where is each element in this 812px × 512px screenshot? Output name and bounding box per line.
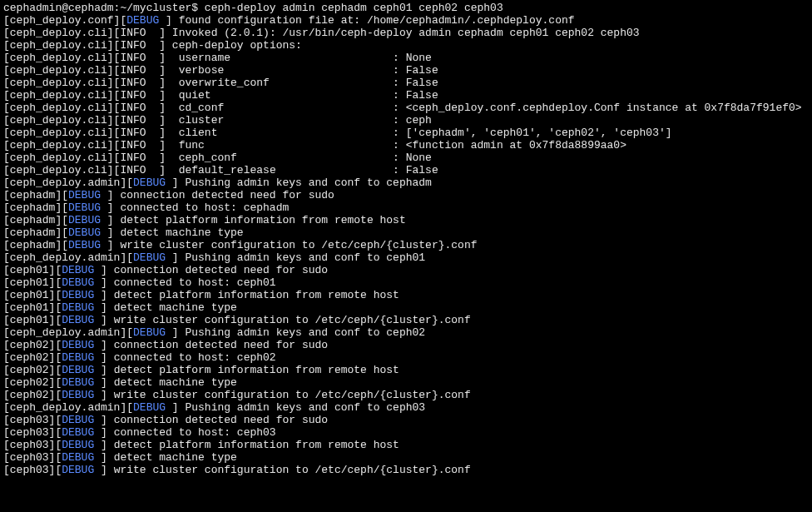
log-option-line: [ceph_deploy.cli][INFO ] default_release… — [3, 164, 809, 176]
log-level: DEBUG — [62, 376, 94, 389]
log-level: DEBUG — [62, 364, 94, 376]
log-line: [ceph_deploy.cli][INFO ] Invoked (2.0.1)… — [3, 27, 809, 39]
log-level: DEBUG — [62, 451, 94, 464]
log-level: INFO — [120, 127, 146, 139]
log-level: DEBUG — [62, 314, 94, 326]
log-line: [ceph02][DEBUG ] connected to host: ceph… — [3, 351, 809, 364]
log-level: DEBUG — [68, 226, 101, 239]
log-line: [ceph_deploy.admin][DEBUG ] Pushing admi… — [3, 251, 809, 264]
shell-prompt: cephadmin@cephadm:~/mycluster$ — [3, 2, 205, 14]
log-line: [ceph02][DEBUG ] connection detected nee… — [3, 339, 809, 351]
log-level: INFO — [120, 114, 146, 127]
log-level: DEBUG — [62, 264, 94, 276]
log-level: INFO — [120, 64, 146, 77]
log-option-line: [ceph_deploy.cli][INFO ] func : <functio… — [3, 139, 809, 152]
log-line: [cephadm][DEBUG ] detect machine type — [3, 226, 809, 239]
log-option-line: [ceph_deploy.cli][INFO ] quiet : False — [3, 89, 809, 102]
log-level: INFO — [120, 27, 146, 39]
log-line: [ceph02][DEBUG ] detect machine type — [3, 376, 809, 389]
log-level: INFO — [120, 77, 146, 89]
log-line: [ceph03][DEBUG ] detect machine type — [3, 451, 809, 464]
log-level: DEBUG — [62, 389, 94, 401]
log-level: DEBUG — [68, 201, 101, 214]
log-line: [ceph03][DEBUG ] write cluster configura… — [3, 464, 809, 476]
log-level: DEBUG — [133, 251, 166, 264]
log-level: DEBUG — [62, 351, 94, 364]
log-line: [cephadm][DEBUG ] write cluster configur… — [3, 239, 809, 251]
log-level: DEBUG — [62, 289, 94, 301]
log-line: [ceph_deploy.conf][DEBUG ] found configu… — [3, 14, 809, 27]
log-line: [ceph03][DEBUG ] detect platform informa… — [3, 439, 809, 451]
log-level: INFO — [120, 52, 146, 64]
log-level: DEBUG — [62, 276, 94, 289]
log-option-line: [ceph_deploy.cli][INFO ] client : ['ceph… — [3, 127, 809, 139]
log-level: DEBUG — [68, 214, 101, 226]
log-line: [ceph01][DEBUG ] detect platform informa… — [3, 289, 809, 301]
log-level: INFO — [120, 139, 146, 152]
log-level: DEBUG — [126, 14, 159, 27]
terminal-output: cephadmin@cephadm:~/mycluster$ ceph-depl… — [0, 0, 812, 476]
log-level: DEBUG — [133, 176, 166, 189]
log-line: [ceph02][DEBUG ] write cluster configura… — [3, 389, 809, 401]
log-level: DEBUG — [62, 464, 94, 476]
log-level: DEBUG — [133, 401, 166, 414]
log-level: INFO — [120, 164, 146, 176]
entered-command: ceph-deploy admin cephadm ceph01 ceph02 … — [205, 2, 503, 14]
log-option-line: [ceph_deploy.cli][INFO ] verbose : False — [3, 64, 809, 77]
log-line: [cephadm][DEBUG ] detect platform inform… — [3, 214, 809, 226]
log-level: DEBUG — [68, 239, 101, 251]
log-level: DEBUG — [62, 439, 94, 451]
log-option-line: [ceph_deploy.cli][INFO ] cluster : ceph — [3, 114, 809, 127]
log-option-line: [ceph_deploy.cli][INFO ] cd_conf : <ceph… — [3, 102, 809, 114]
log-option-line: [ceph_deploy.cli][INFO ] username : None — [3, 52, 809, 64]
log-line: [ceph01][DEBUG ] detect machine type — [3, 301, 809, 314]
command-line: cephadmin@cephadm:~/mycluster$ ceph-depl… — [3, 2, 809, 14]
log-line: [ceph_deploy.cli][INFO ] ceph-deploy opt… — [3, 39, 809, 52]
log-level: INFO — [120, 89, 146, 102]
log-line: [ceph03][DEBUG ] connected to host: ceph… — [3, 426, 809, 439]
log-level: INFO — [120, 102, 146, 114]
log-line: [ceph01][DEBUG ] connection detected nee… — [3, 264, 809, 276]
log-level: INFO — [120, 152, 146, 164]
log-line: [ceph03][DEBUG ] connection detected nee… — [3, 414, 809, 426]
log-line: [ceph02][DEBUG ] detect platform informa… — [3, 364, 809, 376]
log-level: DEBUG — [62, 426, 94, 439]
log-line: [cephadm][DEBUG ] connected to host: cep… — [3, 201, 809, 214]
log-option-line: [ceph_deploy.cli][INFO ] overwrite_conf … — [3, 77, 809, 89]
log-level: DEBUG — [68, 189, 101, 201]
log-level: INFO — [120, 39, 146, 52]
log-line: [ceph01][DEBUG ] write cluster configura… — [3, 314, 809, 326]
log-option-line: [ceph_deploy.cli][INFO ] ceph_conf : Non… — [3, 152, 809, 164]
log-level: DEBUG — [62, 414, 94, 426]
log-level: DEBUG — [133, 326, 166, 339]
log-level: DEBUG — [62, 339, 94, 351]
log-line: [ceph_deploy.admin][DEBUG ] Pushing admi… — [3, 401, 809, 414]
log-line: [cephadm][DEBUG ] connection detected ne… — [3, 189, 809, 201]
log-line: [ceph01][DEBUG ] connected to host: ceph… — [3, 276, 809, 289]
log-level: DEBUG — [62, 301, 94, 314]
log-line: [ceph_deploy.admin][DEBUG ] Pushing admi… — [3, 326, 809, 339]
log-line: [ceph_deploy.admin][DEBUG ] Pushing admi… — [3, 176, 809, 189]
